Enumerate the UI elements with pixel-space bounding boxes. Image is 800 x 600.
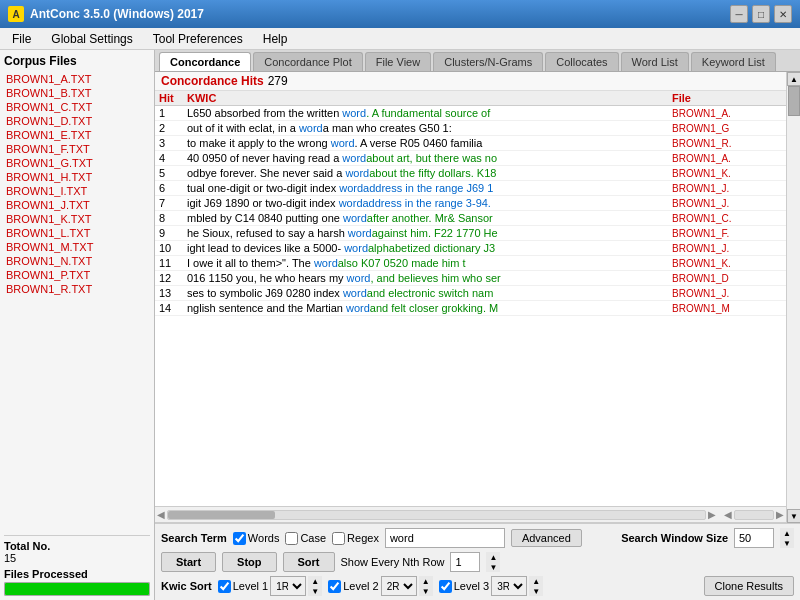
h-scroll-row[interactable]: ◀ ▶ ◀ ▶ xyxy=(155,506,786,522)
minimize-button[interactable]: ─ xyxy=(730,5,748,23)
total-no-label: Total No. xyxy=(4,540,150,552)
level3-select[interactable]: 3R1L1R2R xyxy=(491,576,527,596)
file-item[interactable]: BROWN1_P.TXT xyxy=(4,268,150,282)
col-file-header: File xyxy=(672,92,782,104)
tab-keyword-list[interactable]: Keyword List xyxy=(691,52,776,71)
file-item[interactable]: BROWN1_M.TXT xyxy=(4,240,150,254)
words-checkbox-label[interactable]: Words xyxy=(233,532,280,545)
result-kwic: to make it apply to the wrong word. A ve… xyxy=(187,137,672,149)
content-area: ConcordanceConcordance PlotFile ViewClus… xyxy=(155,50,800,600)
result-hit: 1 xyxy=(159,107,187,119)
table-row[interactable]: 12016 1150 you, he who hears my word, an… xyxy=(155,271,786,286)
level1-checkbox[interactable] xyxy=(218,580,231,593)
level2-checkbox[interactable] xyxy=(328,580,341,593)
file-item[interactable]: BROWN1_E.TXT xyxy=(4,128,150,142)
table-row[interactable]: 6tual one-digit or two-digit index worda… xyxy=(155,181,786,196)
regex-checkbox-label[interactable]: Regex xyxy=(332,532,379,545)
level1-select[interactable]: 1R1L2R2L xyxy=(270,576,306,596)
scroll-down-arrow[interactable]: ▼ xyxy=(787,509,800,523)
v-scroll-bar[interactable]: ▲ ▼ xyxy=(786,72,800,523)
file-item[interactable]: BROWN1_G.TXT xyxy=(4,156,150,170)
table-row[interactable]: 5odbye forever. She never said a wordabo… xyxy=(155,166,786,181)
menu-tool-preferences[interactable]: Tool Preferences xyxy=(145,30,251,48)
result-hit: 13 xyxy=(159,287,187,299)
file-item[interactable]: BROWN1_B.TXT xyxy=(4,86,150,100)
search-row1: Search Term Words Case Regex Advanced Se… xyxy=(161,528,794,548)
files-processed-label: Files Processed xyxy=(4,568,150,580)
regex-checkbox[interactable] xyxy=(332,532,345,545)
file-item[interactable]: BROWN1_D.TXT xyxy=(4,114,150,128)
level1-down[interactable]: ▼ xyxy=(308,586,322,596)
file-item[interactable]: BROWN1_K.TXT xyxy=(4,212,150,226)
nth-row-input[interactable] xyxy=(450,552,480,572)
file-item[interactable]: BROWN1_A.TXT xyxy=(4,72,150,86)
tab-file-view[interactable]: File View xyxy=(365,52,431,71)
table-row[interactable]: 440 0950 of never having read a wordabou… xyxy=(155,151,786,166)
col-kwic-header: KWIC xyxy=(187,92,672,104)
level2-down[interactable]: ▼ xyxy=(419,586,433,596)
level3-label: Level 3 xyxy=(454,580,489,592)
tab-word-list[interactable]: Word List xyxy=(621,52,689,71)
file-item[interactable]: BROWN1_H.TXT xyxy=(4,170,150,184)
search-window-size[interactable] xyxy=(734,528,774,548)
level2-select[interactable]: 2R1L1R2L xyxy=(381,576,417,596)
file-item[interactable]: BROWN1_J.TXT xyxy=(4,198,150,212)
level2-up[interactable]: ▲ xyxy=(419,576,433,586)
result-file: BROWN1_J. xyxy=(672,243,782,254)
words-checkbox[interactable] xyxy=(233,532,246,545)
table-row[interactable]: 14nglish sentence and the Martian wordan… xyxy=(155,301,786,316)
level3-up[interactable]: ▲ xyxy=(529,576,543,586)
nth-down[interactable]: ▼ xyxy=(486,562,500,572)
table-row[interactable]: 13ses to symbolic J69 0280 index wordand… xyxy=(155,286,786,301)
table-row[interactable]: 2out of it with eclat, in a worda man wh… xyxy=(155,121,786,136)
tab-collocates[interactable]: Collocates xyxy=(545,52,618,71)
table-row[interactable]: 10ight lead to devices like a 5000- word… xyxy=(155,241,786,256)
result-hit: 14 xyxy=(159,302,187,314)
file-item[interactable]: BROWN1_L.TXT xyxy=(4,226,150,240)
tab-clusters-n-grams[interactable]: Clusters/N-Grams xyxy=(433,52,543,71)
scroll-thumb[interactable] xyxy=(788,86,800,116)
table-row[interactable]: 11I owe it all to them>". The wordalso K… xyxy=(155,256,786,271)
nth-row-spinner[interactable]: ▲ ▼ xyxy=(486,552,500,572)
search-window-label: Search Window Size xyxy=(621,532,728,544)
table-row[interactable]: 9he Sioux, refused to say a harsh wordag… xyxy=(155,226,786,241)
concordance-hits-count: 279 xyxy=(268,74,288,88)
search-input[interactable] xyxy=(385,528,505,548)
advanced-button[interactable]: Advanced xyxy=(511,529,582,547)
file-item[interactable]: BROWN1_C.TXT xyxy=(4,100,150,114)
menu-help[interactable]: Help xyxy=(255,30,296,48)
level1-up[interactable]: ▲ xyxy=(308,576,322,586)
result-file: BROWN1_J. xyxy=(672,183,782,194)
stop-button[interactable]: Stop xyxy=(222,552,276,572)
table-row[interactable]: 3to make it apply to the wrong word. A v… xyxy=(155,136,786,151)
tab-concordance[interactable]: Concordance xyxy=(159,52,251,71)
scroll-up-arrow[interactable]: ▲ xyxy=(787,72,800,86)
case-checkbox[interactable] xyxy=(285,532,298,545)
level3-checkbox[interactable] xyxy=(439,580,452,593)
maximize-button[interactable]: □ xyxy=(752,5,770,23)
file-item[interactable]: BROWN1_R.TXT xyxy=(4,282,150,296)
scroll-track[interactable] xyxy=(787,86,800,509)
sort-button[interactable]: Sort xyxy=(283,552,335,572)
table-row[interactable]: 1L650 absorbed from the written word. A … xyxy=(155,106,786,121)
file-item[interactable]: BROWN1_N.TXT xyxy=(4,254,150,268)
close-button[interactable]: ✕ xyxy=(774,5,792,23)
col-hit-header: Hit xyxy=(159,92,187,104)
case-checkbox-label[interactable]: Case xyxy=(285,532,326,545)
menu-file[interactable]: File xyxy=(4,30,39,48)
tab-concordance-plot[interactable]: Concordance Plot xyxy=(253,52,362,71)
search-window-up[interactable]: ▲ xyxy=(780,528,794,538)
file-item[interactable]: BROWN1_F.TXT xyxy=(4,142,150,156)
level3-down[interactable]: ▼ xyxy=(529,586,543,596)
table-row[interactable]: 7igit J69 1890 or two-digit index wordad… xyxy=(155,196,786,211)
search-window-down[interactable]: ▼ xyxy=(780,538,794,548)
window-controls[interactable]: ─ □ ✕ xyxy=(730,5,792,23)
table-row[interactable]: 8mbled by C14 0840 putting one wordafter… xyxy=(155,211,786,226)
search-window-spinner[interactable]: ▲ ▼ xyxy=(780,528,794,548)
file-item[interactable]: BROWN1_I.TXT xyxy=(4,184,150,198)
nth-up[interactable]: ▲ xyxy=(486,552,500,562)
start-button[interactable]: Start xyxy=(161,552,216,572)
result-file: BROWN1_F. xyxy=(672,228,782,239)
menu-global-settings[interactable]: Global Settings xyxy=(43,30,140,48)
clone-results-button[interactable]: Clone Results xyxy=(704,576,794,596)
